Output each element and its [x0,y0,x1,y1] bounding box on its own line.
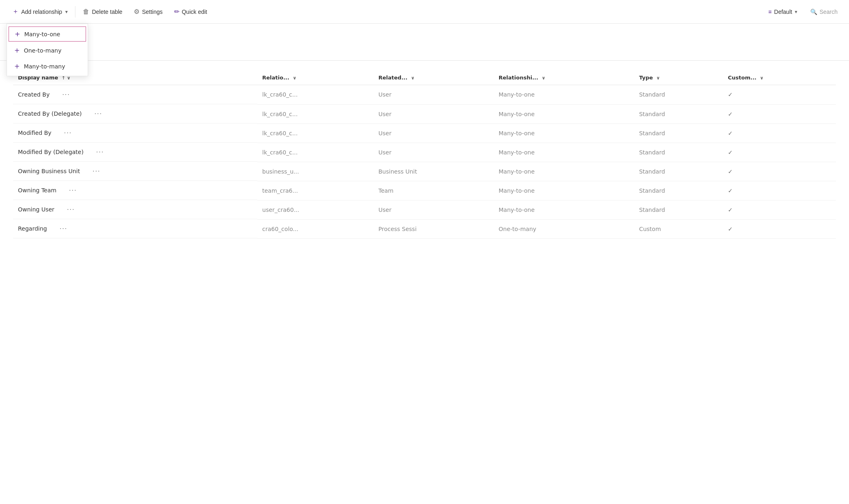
cell-display-name: Created By ··· [13,85,257,104]
cell-custom: ✓ [723,143,836,162]
cell-custom: ✓ [723,181,836,200]
row-menu-button[interactable]: ··· [57,224,70,233]
search-icon: 🔍 [810,9,817,15]
cell-display-name: Modified By ··· [13,123,257,143]
cell-relation: user_cra60... [257,200,374,219]
chevron-down-icon: ▾ [65,9,68,15]
col-relationship[interactable]: Relationshi... ∨ [494,70,634,85]
sort-type[interactable]: ∨ [657,75,660,81]
trash-icon: 🗑 [83,8,89,15]
row-menu-button[interactable]: ··· [66,186,79,195]
toolbar: ＋ Add relationship ▾ 🗑 Delete table ⚙ Se… [0,0,849,24]
cell-related: Business Unit [374,162,494,181]
cell-relation: cra60_colo... [257,219,374,238]
cell-related: User [374,200,494,219]
row-display-name: Owning Business Unit [18,168,80,174]
gear-icon: ⚙ [134,8,139,15]
tabs-container: ...os Views [0,45,849,61]
row-display-name: Created By [18,91,50,98]
cell-related: Team [374,181,494,200]
row-menu-button[interactable]: ··· [64,205,77,214]
delete-table-button[interactable]: 🗑 Delete table [77,5,128,19]
cell-relation: lk_cra60_c... [257,85,374,105]
cell-relationship: Many-to-one [494,181,634,200]
col-relation[interactable]: Relatio... ∨ [257,70,374,85]
cell-display-name: Regarding ··· [13,219,257,238]
check-icon: ✓ [728,130,733,136]
cell-type: Standard [634,123,723,143]
sort-custom[interactable]: ∨ [760,75,764,81]
row-menu-button[interactable]: ··· [90,167,103,176]
col-related[interactable]: Related... ∨ [374,70,494,85]
sort-relationship[interactable]: ∨ [542,75,545,81]
col-custom[interactable]: Custom... ∨ [723,70,836,85]
default-view-button[interactable]: ≡ Default ▾ [763,5,802,18]
table-header: Display name ↑ ∨ Relatio... ∨ Related...… [13,70,836,85]
cell-related: User [374,143,494,162]
check-icon: ✓ [728,111,733,117]
cell-display-name: Owning User ··· [13,200,257,219]
table-row: Created By ···lk_cra60_c...UserMany-to-o… [13,85,836,105]
cell-custom: ✓ [723,85,836,105]
add-relationship-button[interactable]: ＋ Add relationship ▾ [7,4,73,19]
cell-custom: ✓ [723,219,836,238]
cell-display-name: Owning Business Unit ··· [13,162,257,181]
plus-icon-one-to-many: + [14,46,20,54]
plus-icon-many-to-many: + [14,62,20,70]
check-icon: ✓ [728,168,733,175]
row-display-name: Owning User [18,206,54,213]
cell-type: Standard [634,181,723,200]
cell-relation: lk_cra60_c... [257,143,374,162]
cell-type: Standard [634,143,723,162]
dropdown-item-one-to-many[interactable]: + One-to-many [7,42,88,58]
cell-relation: business_u... [257,162,374,181]
pencil-icon: ✏ [174,8,179,15]
row-menu-button[interactable]: ··· [62,128,74,137]
cell-type: Custom [634,219,723,238]
quick-edit-button[interactable]: ✏ Quick edit [168,4,213,19]
cell-type: Standard [634,104,723,123]
relationships-table: Display name ↑ ∨ Relatio... ∨ Related...… [13,70,836,239]
cell-relationship: Many-to-one [494,123,634,143]
cell-relationship: Many-to-one [494,200,634,219]
check-icon: ✓ [728,226,733,232]
table-row: Modified By ···lk_cra60_c...UserMany-to-… [13,123,836,143]
check-icon: ✓ [728,91,733,98]
settings-button[interactable]: ⚙ Settings [128,4,168,19]
row-menu-button[interactable]: ··· [92,109,105,118]
row-display-name: Created By (Delegate) [18,110,82,117]
menu-icon: ≡ [768,9,772,15]
table-row: Owning Team ···team_cra6...TeamMany-to-o… [13,181,836,200]
row-display-name: Regarding [18,225,47,232]
cell-related: User [374,85,494,105]
cell-related: User [374,123,494,143]
cell-relation: lk_cra60_c... [257,123,374,143]
cell-relationship: Many-to-one [494,162,634,181]
table-body: Created By ···lk_cra60_c...UserMany-to-o… [13,85,836,239]
col-type[interactable]: Type ∨ [634,70,723,85]
cell-custom: ✓ [723,123,836,143]
cell-display-name: Created By (Delegate) ··· [13,104,257,123]
row-menu-button[interactable]: ··· [94,147,106,156]
cell-custom: ✓ [723,162,836,181]
row-display-name: Owning Team [18,187,56,194]
sort-related[interactable]: ∨ [411,75,415,81]
cell-relationship: Many-to-one [494,143,634,162]
cell-relation: team_cra6... [257,181,374,200]
cell-type: Standard [634,162,723,181]
sort-relation[interactable]: ∨ [293,75,296,81]
check-icon: ✓ [728,149,733,156]
cell-relationship: Many-to-one [494,104,634,123]
table-row: Owning User ···user_cra60...UserMany-to-… [13,200,836,219]
add-relationship-dropdown: + Many-to-one + One-to-many + Many-to-ma… [7,24,88,76]
dropdown-item-many-to-one[interactable]: + Many-to-one [9,26,86,42]
table-row: Owning Business Unit ···business_u...Bus… [13,162,836,181]
row-menu-button[interactable]: ··· [60,90,73,99]
table-row: Created By (Delegate) ···lk_cra60_c...Us… [13,104,836,123]
dropdown-item-many-to-many[interactable]: + Many-to-many [7,58,88,74]
cell-relation: lk_cra60_c... [257,104,374,123]
search-button[interactable]: 🔍 Search [805,5,842,18]
cell-related: User [374,104,494,123]
table-row: Regarding ···cra60_colo...Process SessiO… [13,219,836,238]
table-row: Modified By (Delegate) ···lk_cra60_c...U… [13,143,836,162]
